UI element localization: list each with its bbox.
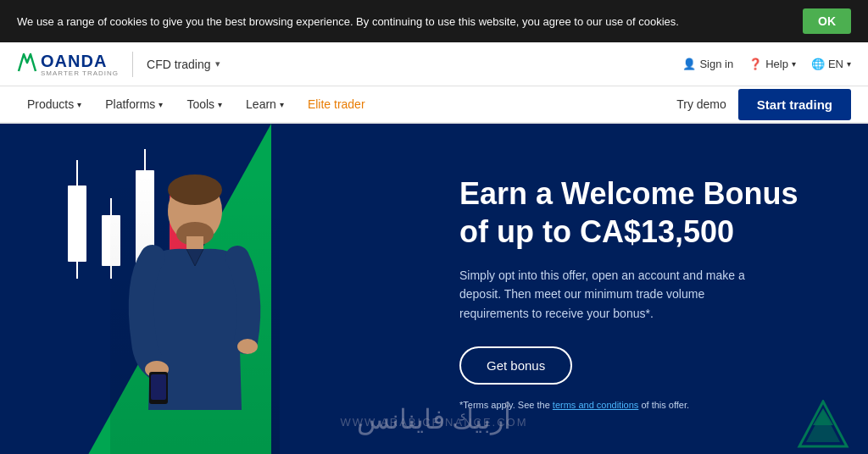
top-nav-right: 👤 Sign in ❓ Help ▾ 🌐 EN ▾ bbox=[682, 58, 851, 70]
cookie-banner: We use a range of cookies to give you th… bbox=[0, 0, 868, 42]
products-chevron-icon: ▾ bbox=[77, 100, 81, 109]
nav-item-elite-trader[interactable]: Elite trader bbox=[298, 86, 376, 123]
svg-point-7 bbox=[237, 339, 258, 354]
nav-platforms-label: Platforms bbox=[105, 97, 155, 111]
hero-left bbox=[0, 124, 434, 454]
nav-tools-label: Tools bbox=[186, 97, 214, 111]
hero-right: Earn a Welcome Bonus of up to CA$13,500 … bbox=[434, 124, 868, 454]
hero-subtitle: Simply opt into this offer, open an acco… bbox=[459, 266, 765, 323]
sign-in-link[interactable]: 👤 Sign in bbox=[682, 58, 733, 70]
candle-1-top-wick bbox=[76, 160, 78, 185]
cfd-trading-chevron-icon: ▾ bbox=[215, 58, 220, 69]
nav-item-products[interactable]: Products ▾ bbox=[17, 86, 92, 123]
language-chevron-icon: ▾ bbox=[847, 59, 851, 69]
top-nav: OANDA SMARTER TRADING CFD trading ▾ 👤 Si… bbox=[0, 42, 868, 86]
nav-item-tools[interactable]: Tools ▾ bbox=[176, 86, 232, 123]
platforms-chevron-icon: ▾ bbox=[159, 100, 163, 109]
cookie-ok-button[interactable]: OK bbox=[803, 8, 851, 34]
language-label: EN bbox=[828, 58, 843, 70]
logo-divider bbox=[132, 52, 133, 77]
logo-name: OANDA bbox=[41, 52, 107, 70]
main-nav: Products ▾ Platforms ▾ Tools ▾ Learn ▾ E… bbox=[0, 86, 868, 124]
nav-item-platforms[interactable]: Platforms ▾ bbox=[95, 86, 173, 123]
hero-title: Earn a Welcome Bonus of up to CA$13,500 bbox=[459, 174, 817, 251]
terms-text: *Terms apply. See the terms and conditio… bbox=[459, 400, 817, 410]
nav-learn-label: Learn bbox=[246, 97, 276, 111]
person-svg bbox=[110, 173, 280, 454]
logo-tagline: SMARTER TRADING bbox=[41, 69, 119, 77]
logo-icon bbox=[17, 51, 37, 78]
sign-in-icon: 👤 bbox=[682, 58, 696, 70]
candle-1-body bbox=[68, 185, 86, 262]
candle-1 bbox=[68, 160, 86, 279]
help-chevron-icon: ▾ bbox=[792, 59, 796, 69]
hero-person bbox=[110, 173, 280, 454]
cfd-trading-dropdown[interactable]: CFD trading ▾ bbox=[147, 58, 220, 71]
terms-prefix: *Terms apply. See the bbox=[459, 400, 553, 410]
try-demo-link[interactable]: Try demo bbox=[676, 97, 726, 111]
logo-area: OANDA SMARTER TRADING bbox=[17, 51, 119, 78]
svg-point-1 bbox=[168, 174, 222, 205]
globe-icon: 🌐 bbox=[811, 58, 825, 70]
main-nav-items: Products ▾ Platforms ▾ Tools ▾ Learn ▾ E… bbox=[17, 86, 376, 123]
terms-link[interactable]: terms and conditions bbox=[553, 400, 639, 410]
cookie-message: We use a range of cookies to give you th… bbox=[17, 15, 786, 28]
main-nav-right: Try demo Start trading bbox=[676, 89, 851, 120]
nav-products-label: Products bbox=[27, 97, 74, 111]
cfd-trading-label: CFD trading bbox=[147, 58, 210, 71]
nav-elite-label: Elite trader bbox=[308, 97, 365, 111]
help-icon: ❓ bbox=[748, 58, 762, 70]
language-link[interactable]: 🌐 EN ▾ bbox=[811, 58, 851, 70]
help-label: Help bbox=[765, 58, 788, 70]
person-figure bbox=[110, 173, 280, 454]
logo[interactable]: OANDA SMARTER TRADING bbox=[17, 51, 119, 78]
hero-section: Earn a Welcome Bonus of up to CA$13,500 … bbox=[0, 124, 868, 454]
svg-rect-6 bbox=[151, 374, 166, 400]
help-link[interactable]: ❓ Help ▾ bbox=[748, 58, 796, 70]
nav-item-learn[interactable]: Learn ▾ bbox=[236, 86, 294, 123]
candle-3-top-wick bbox=[144, 149, 146, 170]
tools-chevron-icon: ▾ bbox=[218, 100, 222, 109]
learn-chevron-icon: ▾ bbox=[280, 100, 284, 109]
terms-suffix: of this offer. bbox=[638, 400, 689, 410]
candle-1-bottom-wick bbox=[76, 262, 78, 279]
sign-in-label: Sign in bbox=[699, 58, 733, 70]
start-trading-button[interactable]: Start trading bbox=[738, 89, 851, 120]
get-bonus-button[interactable]: Get bonus bbox=[459, 346, 572, 385]
